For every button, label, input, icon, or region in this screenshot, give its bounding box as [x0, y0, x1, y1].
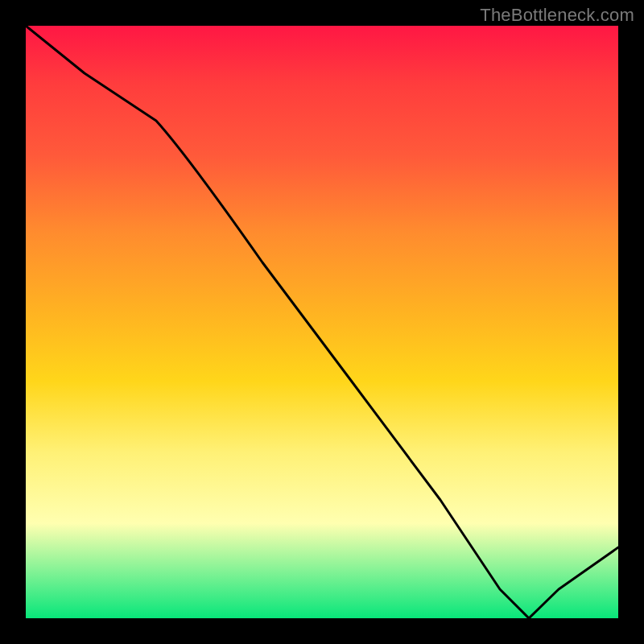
chart-plot-area [26, 26, 618, 618]
watermark-text: TheBottleneck.com [480, 5, 634, 26]
curve-svg [26, 26, 618, 618]
bottleneck-curve-path [26, 26, 618, 618]
